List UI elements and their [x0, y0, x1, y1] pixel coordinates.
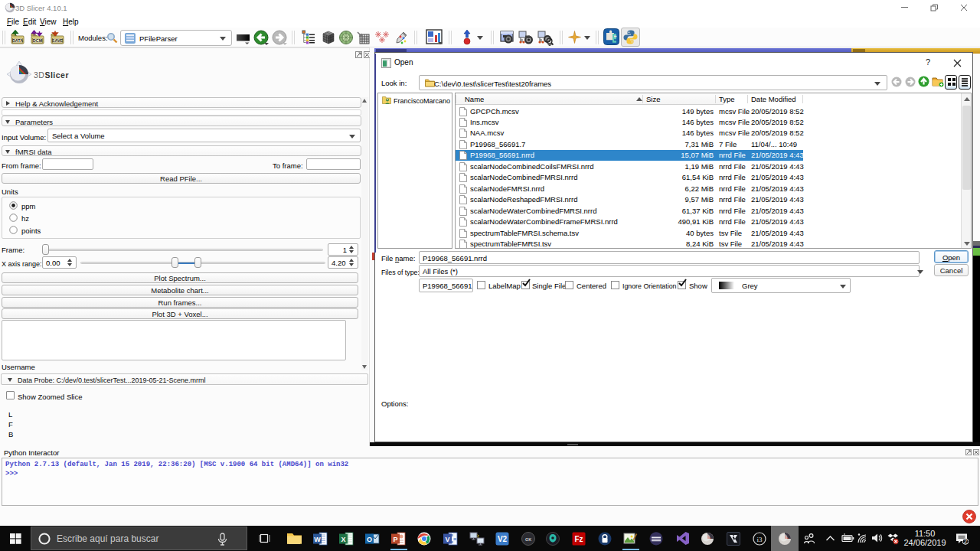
svg-text:W: W — [314, 536, 321, 543]
svg-text:X: X — [341, 536, 345, 543]
svg-text:V2: V2 — [498, 535, 508, 543]
svg-text:P: P — [393, 536, 397, 543]
svg-text:DCM: DCM — [33, 38, 43, 43]
svg-text:V: V — [445, 536, 449, 543]
svg-text:i3: i3 — [756, 536, 763, 543]
svg-text:O: O — [367, 536, 372, 543]
svg-text:GK: GK — [525, 537, 531, 542]
svg-text:DATA: DATA — [12, 38, 23, 43]
svg-text:Fz: Fz — [574, 535, 583, 543]
svg-text:SAVE: SAVE — [52, 38, 64, 43]
svg-text:2: 2 — [964, 539, 967, 544]
